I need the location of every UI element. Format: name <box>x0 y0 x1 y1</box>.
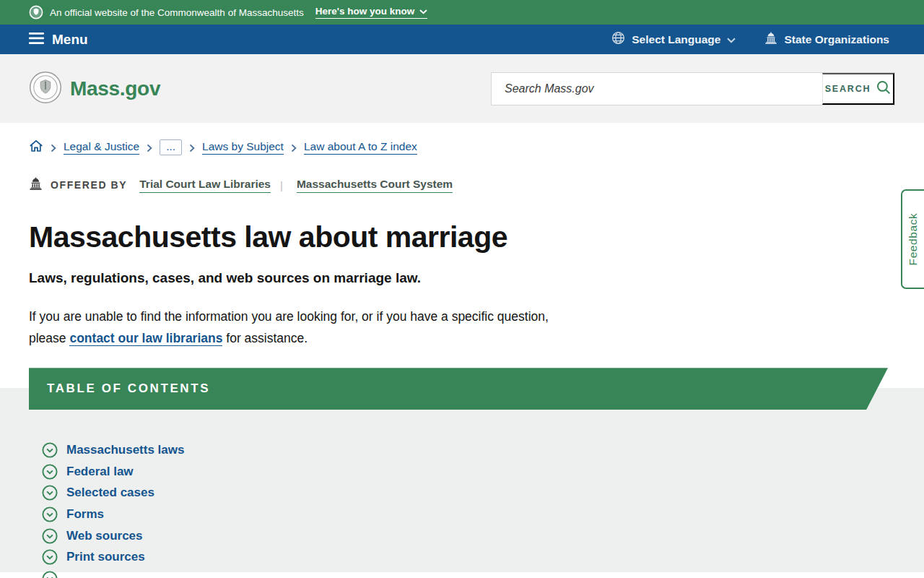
org-separator: | <box>280 179 283 191</box>
chevron-right-icon <box>51 144 56 152</box>
search-input[interactable] <box>492 73 822 105</box>
toc-link[interactable]: Selected cases <box>66 486 154 500</box>
state-seal-icon <box>29 71 62 107</box>
chevron-down-circle-icon <box>42 528 58 544</box>
heres-how-you-know-label: Here's how you know <box>315 6 415 17</box>
chevron-right-icon <box>291 144 297 152</box>
toc-item-web-sources[interactable]: Web sources <box>42 525 924 547</box>
intro-paragraph: If you are unable to find the informatio… <box>29 306 552 349</box>
site-header: Mass.gov SEARCH <box>0 54 924 123</box>
menu-button[interactable]: Menu <box>29 32 88 48</box>
chevron-right-icon <box>147 144 152 152</box>
chevron-down-circle-icon <box>42 506 58 522</box>
search-button-label: SEARCH <box>825 84 871 94</box>
toc-item-partial[interactable] <box>42 568 924 578</box>
table-of-contents-section: Massachusetts laws Federal law Selected … <box>0 388 924 572</box>
contact-law-librarians-link[interactable]: contact our law librarians <box>69 331 222 346</box>
heres-how-you-know-link[interactable]: Here's how you know <box>315 6 428 19</box>
hamburger-icon <box>29 32 44 48</box>
breadcrumb-link-laws-by-subject[interactable]: Laws by Subject <box>202 140 284 155</box>
chevron-down-circle-icon <box>42 549 58 565</box>
home-icon <box>29 139 43 155</box>
massgov-logo-text: Mass.gov <box>70 77 160 100</box>
official-banner: An official website of the Commonwealth … <box>0 0 924 25</box>
toc-item-federal-law[interactable]: Federal law <box>42 461 924 483</box>
chevron-down-circle-icon <box>42 442 58 458</box>
chevron-down-circle-icon <box>42 485 58 501</box>
page-title: Massachusetts law about marriage <box>29 220 895 255</box>
state-organizations-link[interactable]: State Organizations <box>764 32 889 47</box>
feedback-label: Feedback <box>907 213 920 266</box>
state-seal-icon <box>29 5 43 20</box>
select-language-label: Select Language <box>632 33 720 46</box>
toc-link[interactable]: Federal law <box>66 465 134 479</box>
main-content: Legal & Justice ... Laws by Subject Law … <box>0 139 924 349</box>
toc-item-selected-cases[interactable]: Selected cases <box>42 483 924 504</box>
toc-link[interactable]: Forms <box>66 507 104 522</box>
table-of-contents-banner: TABLE OF CONTENTS <box>29 368 888 410</box>
select-language-button[interactable]: Select Language <box>611 31 736 48</box>
search-button[interactable]: SEARCH <box>822 73 894 105</box>
feedback-button[interactable]: Feedback <box>901 189 924 289</box>
navbar-utilities: Select Language State Organizations <box>611 31 889 48</box>
toc-item-print-sources[interactable]: Print sources <box>42 547 924 569</box>
toc-link[interactable]: Massachusetts laws <box>66 443 184 457</box>
magnifier-icon <box>876 80 891 97</box>
chevron-down-icon <box>419 6 427 17</box>
toc-item-massachusetts-laws[interactable]: Massachusetts laws <box>42 439 924 461</box>
state-organizations-label: State Organizations <box>784 33 889 46</box>
breadcrumb-link-law-a-to-z[interactable]: Law about A to Z index <box>304 140 417 155</box>
official-banner-text: An official website of the Commonwealth … <box>50 7 304 18</box>
breadcrumb-home-link[interactable] <box>29 139 43 155</box>
toc-list: Massachusetts laws Federal law Selected … <box>0 388 924 578</box>
statehouse-icon <box>29 177 43 193</box>
toc-link[interactable]: Print sources <box>66 550 145 564</box>
org-link-trial-court-law-libraries[interactable]: Trial Court Law Libraries <box>139 178 271 193</box>
offered-by: OFFERED BY Trial Court Law Libraries | M… <box>29 177 895 193</box>
toc-item-forms[interactable]: Forms <box>42 504 924 525</box>
menu-label: Menu <box>52 32 88 48</box>
table-of-contents-title: TABLE OF CONTENTS <box>47 381 210 396</box>
chevron-down-circle-icon <box>42 571 58 578</box>
toc-link[interactable]: Web sources <box>66 529 143 543</box>
breadcrumb: Legal & Justice ... Laws by Subject Law … <box>29 139 895 155</box>
chevron-down-icon <box>727 33 736 46</box>
chevron-right-icon <box>189 144 195 152</box>
globe-icon <box>611 31 625 48</box>
org-link-massachusetts-court-system[interactable]: Massachusetts Court System <box>297 178 453 193</box>
intro-text-after: for assistance. <box>222 331 308 345</box>
offered-by-label: OFFERED BY <box>51 179 127 191</box>
primary-navbar: Menu Select Language State Organizations <box>0 25 924 54</box>
chevron-down-circle-icon <box>42 464 58 480</box>
massgov-logo[interactable]: Mass.gov <box>29 71 160 107</box>
breadcrumb-collapsed-button[interactable]: ... <box>160 139 182 155</box>
statehouse-icon <box>764 32 777 47</box>
page-subtitle: Laws, regulations, cases, and web source… <box>29 270 895 286</box>
breadcrumb-link-legal-justice[interactable]: Legal & Justice <box>64 140 139 155</box>
site-search: SEARCH <box>491 72 895 105</box>
